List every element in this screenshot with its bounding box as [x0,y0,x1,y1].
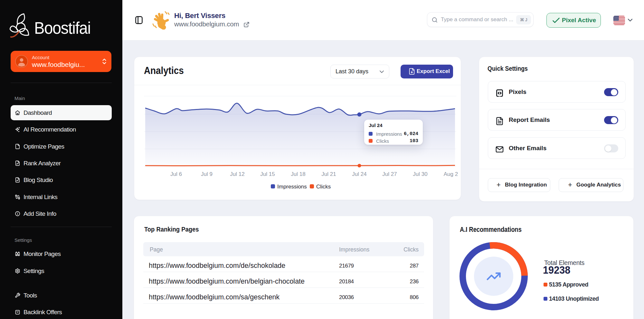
svg-text:Jul 30: Jul 30 [413,171,427,177]
svg-text:Jul 24: Jul 24 [352,171,366,177]
svg-text:Jul 27: Jul 27 [382,171,397,177]
svg-text:Jul 18: Jul 18 [291,171,305,177]
svg-text:Clicks: Clicks [316,184,331,190]
svg-text:Jul 6: Jul 6 [170,171,182,177]
svg-text:Aug 2: Aug 2 [444,171,458,177]
svg-text:Jul 12: Jul 12 [230,171,244,177]
svg-text:Impressions: Impressions [277,184,307,190]
svg-text:Jul 15: Jul 15 [260,171,275,177]
svg-text:Jul 9: Jul 9 [201,171,213,177]
svg-text:Jul 21: Jul 21 [321,171,336,177]
